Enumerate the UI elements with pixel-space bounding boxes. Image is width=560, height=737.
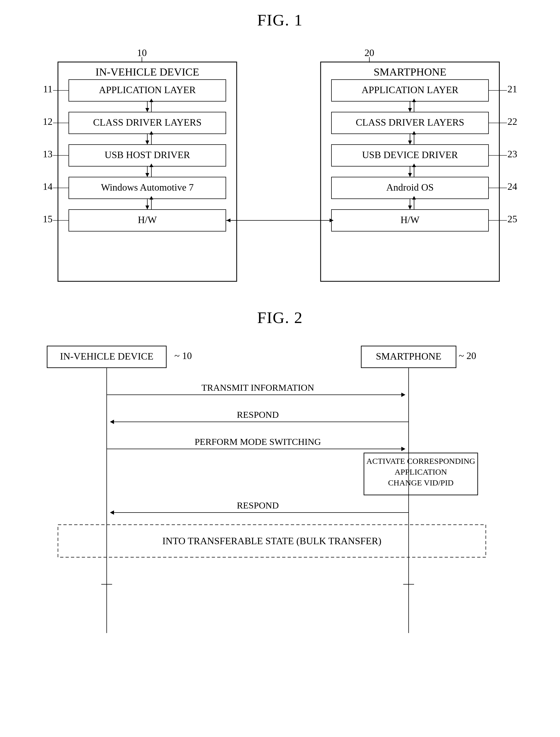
svg-text:RESPOND: RESPOND [237,500,279,510]
svg-text:H/W: H/W [401,214,419,225]
svg-text:22: 22 [507,116,517,127]
svg-marker-17 [145,141,149,145]
svg-text:APPLICATION LAYER: APPLICATION LAYER [362,84,458,95]
svg-marker-57 [412,196,416,200]
svg-text:SMARTPHONE: SMARTPHONE [374,66,447,78]
svg-text:25: 25 [507,214,517,224]
svg-text:APPLICATION LAYER: APPLICATION LAYER [99,84,196,95]
svg-marker-13 [149,99,153,102]
svg-marker-19 [149,131,153,135]
svg-text:PERFORM MODE SWITCHING: PERFORM MODE SWITCHING [195,437,321,447]
fig1-title: FIG. 1 [257,11,303,30]
svg-marker-29 [145,206,149,210]
svg-text:USB HOST DRIVER: USB HOST DRIVER [105,149,190,160]
svg-marker-37 [408,108,412,112]
svg-text:SMARTPHONE: SMARTPHONE [376,351,441,362]
page-container: FIG. 1 10 20 IN-VEHICLE DEVICE SMARTPHON… [16,11,544,638]
svg-text:IN-VEHICLE DEVICE: IN-VEHICLE DEVICE [95,66,199,78]
svg-text:H/W: H/W [138,214,157,225]
svg-text:USB DEVICE DRIVER: USB DEVICE DRIVER [362,149,458,160]
svg-text:12: 12 [43,116,53,127]
fig2-section: FIG. 2 IN-VEHICLE DEVICE ~ 10 SMARTPHONE… [16,308,544,638]
svg-marker-45 [412,131,416,135]
svg-marker-49 [408,173,412,177]
svg-marker-31 [149,196,153,200]
svg-text:15: 15 [43,214,53,224]
svg-marker-97 [110,420,114,424]
fig2-title: FIG. 2 [257,308,303,327]
svg-marker-55 [408,206,412,210]
svg-text:11: 11 [43,84,53,94]
svg-marker-39 [412,99,416,102]
svg-text:IN-VEHICLE DEVICE: IN-VEHICLE DEVICE [60,351,154,362]
svg-text:RESPOND: RESPOND [237,410,279,420]
svg-text:~ 20: ~ 20 [459,350,476,361]
svg-text:23: 23 [507,149,517,159]
svg-marker-107 [110,510,114,515]
svg-marker-23 [145,173,149,177]
svg-text:10: 10 [137,47,147,58]
svg-text:INTO TRANSFERABLE STATE (BULK : INTO TRANSFERABLE STATE (BULK TRANSFER) [162,536,381,546]
svg-marker-63 [226,219,230,222]
svg-text:CLASS DRIVER LAYERS: CLASS DRIVER LAYERS [356,117,464,128]
svg-text:13: 13 [43,149,53,159]
svg-marker-51 [412,164,416,167]
svg-text:ACTIVATE CORRESPONDING: ACTIVATE CORRESPONDING [366,456,475,465]
fig2-diagram: IN-VEHICLE DEVICE ~ 10 SMARTPHONE ~ 20 T… [36,341,524,638]
svg-text:CHANGE VID/PID: CHANGE VID/PID [388,478,454,487]
svg-text:20: 20 [364,47,374,58]
svg-text:21: 21 [507,84,517,94]
svg-marker-100 [401,447,405,451]
fig1-section: FIG. 1 10 20 IN-VEHICLE DEVICE SMARTPHON… [16,11,544,287]
svg-text:TRANSMIT INFORMATION: TRANSMIT INFORMATION [201,383,314,393]
svg-marker-11 [145,108,149,112]
svg-text:Windows Automotive 7: Windows Automotive 7 [101,182,194,193]
svg-marker-94 [401,393,405,397]
svg-marker-25 [149,164,153,167]
svg-text:Android OS: Android OS [386,182,434,193]
svg-text:APPLICATION: APPLICATION [395,467,447,476]
svg-text:14: 14 [43,181,53,192]
fig1-diagram: 10 20 IN-VEHICLE DEVICE SMARTPHONE APPLI… [36,43,524,287]
svg-text:CLASS DRIVER LAYERS: CLASS DRIVER LAYERS [93,117,202,128]
svg-marker-43 [408,141,412,145]
svg-text:~ 10: ~ 10 [174,350,192,361]
svg-text:24: 24 [507,181,517,192]
